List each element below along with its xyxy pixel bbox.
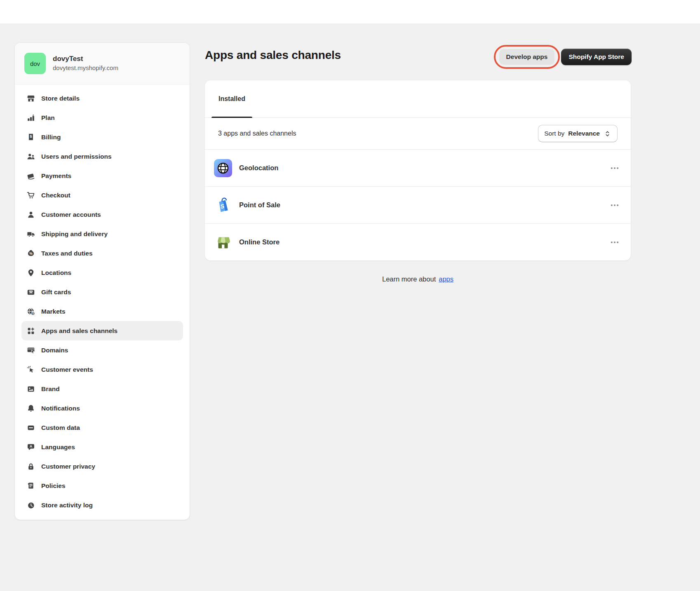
sidebar-item-label: Notifications [41,405,80,412]
sidebar-item-label: Store activity log [41,502,93,509]
sidebar-item-label: Customer accounts [41,211,101,218]
develop-apps-button[interactable]: Develop apps [499,49,555,65]
map-pin-icon [27,269,35,277]
apps-link[interactable]: apps [439,275,453,283]
ellipsis-icon [610,164,619,173]
browser-cursor-icon [27,346,35,354]
users-icon [27,152,35,161]
activity-clock-icon [27,501,35,509]
sidebar-item-brand[interactable]: Brand [21,379,183,399]
settings-sidebar: dov dovyTest dovytest.myshopify.com Stor… [14,42,190,520]
apps-count-label: 3 apps and sales channels [218,130,296,137]
storefront-icon [27,94,35,103]
truck-icon [27,230,35,238]
billing-receipt-icon [27,133,35,141]
app-name: Point of Sale [239,201,601,209]
sidebar-item-billing[interactable]: Billing [21,127,183,147]
sidebar-item-store-details[interactable]: Store details [21,89,183,108]
gift-card-icon [27,288,35,296]
app-name: Geolocation [239,164,601,172]
sidebar-item-label: Customer events [41,366,93,373]
geolocation-app-icon [214,159,232,177]
money-bag-percent-icon [27,249,35,258]
more-actions-button[interactable] [608,198,622,212]
database-icon [27,424,35,432]
app-row-geolocation[interactable]: Geolocation [205,150,631,186]
document-icon [27,482,35,490]
learn-more: Learn more about apps [205,275,631,283]
sidebar-item-customer-privacy[interactable]: Customer privacy [21,457,183,476]
globe-dollar-icon [27,307,35,316]
learn-more-text: Learn more about [382,275,436,283]
sidebar-item-label: Brand [41,385,60,393]
sort-updown-icon [604,130,611,138]
sidebar-item-label: Apps and sales channels [41,327,117,335]
sidebar-item-label: Languages [41,443,75,451]
app-name: Online Store [239,238,601,246]
tab-bar: Installed [205,80,631,118]
sidebar-item-taxes-duties[interactable]: Taxes and duties [21,244,183,263]
sidebar-item-label: Custom data [41,424,80,432]
sidebar-item-locations[interactable]: Locations [21,263,183,282]
more-actions-button[interactable] [608,161,622,175]
plan-chart-icon [27,114,35,122]
tab-installed[interactable]: Installed [211,80,252,117]
sidebar-item-label: Users and permissions [41,153,112,160]
sidebar-item-label: Billing [41,134,61,141]
sidebar-item-label: Taxes and duties [41,250,93,257]
lock-icon [27,462,35,471]
payments-hand-card-icon [27,172,35,180]
sidebar-item-languages[interactable]: Languages [21,437,183,457]
app-row-point-of-sale[interactable]: S Point of Sale [205,186,631,223]
apps-grid-plus-icon [27,327,35,335]
apps-panel: Installed 3 apps and sales channels Sort… [205,80,631,260]
sidebar-item-label: Locations [41,269,71,277]
settings-nav: Store details Plan Billing Users and per… [15,84,190,515]
sort-prefix: Sort by [544,130,564,137]
bell-icon [27,404,35,413]
translate-bubble-icon [27,443,35,451]
header-actions: Develop apps Shopify App Store [494,45,632,69]
sidebar-item-payments[interactable]: Payments [21,166,183,185]
sidebar-item-shipping-delivery[interactable]: Shipping and delivery [21,224,183,244]
sidebar-item-users-permissions[interactable]: Users and permissions [21,147,183,166]
store-domain: dovytest.myshopify.com [53,64,118,72]
sidebar-item-custom-data[interactable]: Custom data [21,418,183,437]
sidebar-item-plan[interactable]: Plan [21,108,183,127]
sidebar-item-checkout[interactable]: Checkout [21,185,183,205]
sidebar-item-customer-events[interactable]: Customer events [21,360,183,379]
sidebar-item-label: Payments [41,172,71,180]
person-icon [27,211,35,219]
sidebar-item-label: Customer privacy [41,463,95,470]
page-title: Apps and sales channels [205,49,341,62]
sidebar-item-label: Shipping and delivery [41,230,108,238]
ellipsis-icon [610,201,619,210]
sidebar-item-notifications[interactable]: Notifications [21,399,183,418]
store-switcher[interactable]: dov dovyTest dovytest.myshopify.com [15,43,190,84]
shopify-app-store-button[interactable]: Shopify App Store [561,49,632,65]
sidebar-item-label: Policies [41,482,66,490]
image-icon [27,385,35,393]
sidebar-item-apps-sales-channels[interactable]: Apps and sales channels [21,321,183,340]
sidebar-item-domains[interactable]: Domains [21,340,183,360]
sidebar-item-label: Markets [41,308,66,315]
cart-icon [27,191,35,199]
store-name: dovyTest [53,54,118,64]
top-bar [0,0,700,23]
sidebar-item-store-activity-log[interactable]: Store activity log [21,495,183,515]
sort-value: Relevance [568,130,600,137]
sidebar-item-policies[interactable]: Policies [21,476,183,495]
sidebar-item-label: Plan [41,114,55,122]
sidebar-item-customer-accounts[interactable]: Customer accounts [21,205,183,224]
more-actions-button[interactable] [608,235,622,249]
app-row-online-store[interactable]: Online Store [205,223,631,260]
sidebar-item-label: Store details [41,95,80,102]
sidebar-item-gift-cards[interactable]: Gift cards [21,282,183,302]
sidebar-item-label: Checkout [41,192,70,199]
sidebar-item-label: Domains [41,347,68,354]
point-of-sale-app-icon: S [214,196,232,214]
develop-apps-highlight-annotation: Develop apps [494,45,560,69]
sort-by-select[interactable]: Sort by Relevance [538,125,618,142]
ellipsis-icon [610,238,619,247]
sidebar-item-markets[interactable]: Markets [21,302,183,321]
